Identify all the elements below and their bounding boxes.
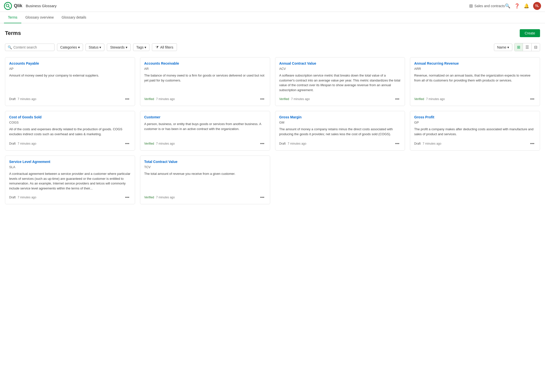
card-title[interactable]: Gross Profit (414, 115, 536, 119)
status-badge: Verified (144, 97, 154, 101)
time-text: 7 minutes ago (156, 97, 175, 101)
card-title[interactable]: Annual Recurring Revenue (414, 61, 536, 65)
card-footer: Draft 7 minutes ago ••• (414, 141, 536, 146)
tab-glossary-details[interactable]: Glossary details (58, 12, 90, 23)
card-desc: A contractual agreement between a servic… (9, 171, 131, 191)
term-card: Customer A person, business, or entity t… (140, 111, 270, 151)
more-options-button[interactable]: ••• (259, 96, 266, 102)
card-title[interactable]: Annual Contract Value (279, 61, 401, 65)
topbar-right: 🔍 ❓ 🔔 TL (505, 2, 541, 10)
card-title[interactable]: Accounts Payable (9, 61, 131, 65)
status-badge: Verified (279, 97, 289, 101)
card-title[interactable]: Customer (144, 115, 266, 119)
card-abbr: ACV (279, 67, 401, 71)
topbar-context: ⊞ Sales and contracts (469, 3, 505, 9)
grid-view-button[interactable]: ⊞ (515, 43, 523, 51)
more-options-button[interactable]: ••• (124, 141, 131, 146)
card-desc: The profit a company makes after deducti… (414, 127, 536, 137)
more-options-button[interactable]: ••• (124, 195, 131, 200)
time-text: 7 minutes ago (426, 97, 445, 101)
card-title[interactable]: Accounts Receivable (144, 61, 266, 65)
status-filter[interactable]: Status ▾ (86, 44, 105, 51)
term-card: Service Level Agreement SLA A contractua… (5, 156, 135, 204)
card-title[interactable]: Cost of Goods Sold (9, 115, 131, 119)
card-footer: Verified 7 minutes ago ••• (144, 96, 266, 102)
filters-bar: 🔍 Categories ▾ Status ▾ Stewards ▾ Tags … (5, 43, 540, 51)
more-options-button[interactable]: ••• (394, 141, 401, 146)
card-footer-left: Verified 7 minutes ago (414, 97, 445, 101)
help-icon[interactable]: ❓ (514, 3, 520, 9)
context-label: Sales and contracts (474, 4, 505, 8)
card-abbr: AP (9, 67, 131, 71)
categories-filter[interactable]: Categories ▾ (57, 44, 83, 51)
detail-view-button[interactable]: ⊟ (532, 43, 540, 51)
card-title[interactable]: Service Level Agreement (9, 160, 131, 164)
card-desc: Revenue, normalized on an annual basis, … (414, 73, 536, 92)
tab-terms[interactable]: Terms (4, 12, 21, 23)
card-abbr: TCV (144, 165, 266, 169)
more-options-button[interactable]: ••• (529, 96, 536, 102)
status-badge: Draft (279, 142, 286, 145)
qlik-logo-icon (4, 2, 12, 10)
status-badge: Verified (144, 142, 154, 145)
time-text: 7 minutes ago (18, 142, 36, 145)
card-desc: All of the costs and expenses directly r… (9, 127, 131, 137)
stewards-label: Stewards (110, 45, 124, 49)
cards-grid: Accounts Payable AP Amount of money owed… (5, 57, 540, 204)
time-text: 7 minutes ago (288, 142, 306, 145)
card-desc: The total amount of revenue you receive … (144, 171, 266, 191)
more-options-button[interactable]: ••• (394, 96, 401, 102)
status-badge: Draft (9, 142, 16, 145)
tab-glossary-overview[interactable]: Glossary overview (21, 12, 57, 23)
term-card: Accounts Payable AP Amount of money owed… (5, 57, 135, 106)
card-footer-left: Draft 7 minutes ago (9, 196, 36, 199)
status-badge: Draft (9, 97, 16, 101)
card-desc: A software subscription service metric t… (279, 73, 401, 92)
status-label: Status (89, 45, 99, 49)
tags-label: Tags (136, 45, 144, 49)
status-badge: Draft (9, 196, 16, 199)
term-card: Annual Recurring Revenue ARR Revenue, no… (410, 57, 540, 106)
card-footer: Draft 7 minutes ago ••• (9, 195, 131, 200)
card-abbr: SLA (9, 165, 131, 169)
list-view-button[interactable]: ☰ (523, 43, 532, 51)
card-title[interactable]: Total Contract Value (144, 160, 266, 164)
sort-chevron: ▾ (507, 45, 509, 49)
sort-button[interactable]: Name ▾ (494, 44, 512, 51)
term-card: Cost of Goods Sold COGS All of the costs… (5, 111, 135, 151)
card-footer-left: Verified 7 minutes ago (144, 142, 175, 145)
topbar: Qlik Business Glossary ⊞ Sales and contr… (0, 0, 545, 12)
search-icon[interactable]: 🔍 (505, 3, 510, 9)
search-icon: 🔍 (8, 45, 12, 49)
more-options-button[interactable]: ••• (259, 141, 266, 146)
card-footer: Draft 7 minutes ago ••• (279, 141, 401, 146)
avatar[interactable]: TL (533, 2, 541, 10)
status-badge: Draft (414, 142, 421, 145)
stewards-chevron: ▾ (126, 45, 127, 49)
stewards-filter[interactable]: Stewards ▾ (107, 44, 130, 51)
time-text: 7 minutes ago (156, 142, 175, 145)
card-footer-left: Draft 7 minutes ago (279, 142, 306, 145)
time-text: 7 minutes ago (156, 196, 175, 199)
card-title[interactable]: Gross Margin (279, 115, 401, 119)
card-abbr: GM (279, 121, 401, 124)
time-text: 7 minutes ago (18, 97, 36, 101)
search-input[interactable] (13, 45, 52, 49)
create-button[interactable]: Create (520, 29, 540, 37)
all-filters-label: All filters (160, 45, 173, 49)
term-card: Gross Margin GM The amount of money a co… (275, 111, 405, 151)
all-filters-button[interactable]: ⧩ All filters (152, 43, 177, 51)
tags-filter[interactable]: Tags ▾ (133, 44, 150, 51)
card-desc: The amount of money a company retains mi… (279, 127, 401, 137)
more-options-button[interactable]: ••• (259, 195, 266, 200)
sort-label: Name (497, 45, 506, 49)
time-text: 7 minutes ago (423, 142, 441, 145)
card-footer: Draft 7 minutes ago ••• (9, 96, 131, 102)
status-badge: Verified (414, 97, 424, 101)
card-footer: Draft 7 minutes ago ••• (9, 141, 131, 146)
notification-icon[interactable]: 🔔 (524, 3, 529, 9)
more-options-button[interactable]: ••• (124, 96, 131, 102)
more-options-button[interactable]: ••• (529, 141, 536, 146)
search-box[interactable]: 🔍 (5, 44, 55, 51)
qlik-logo[interactable]: Qlik (4, 2, 22, 10)
